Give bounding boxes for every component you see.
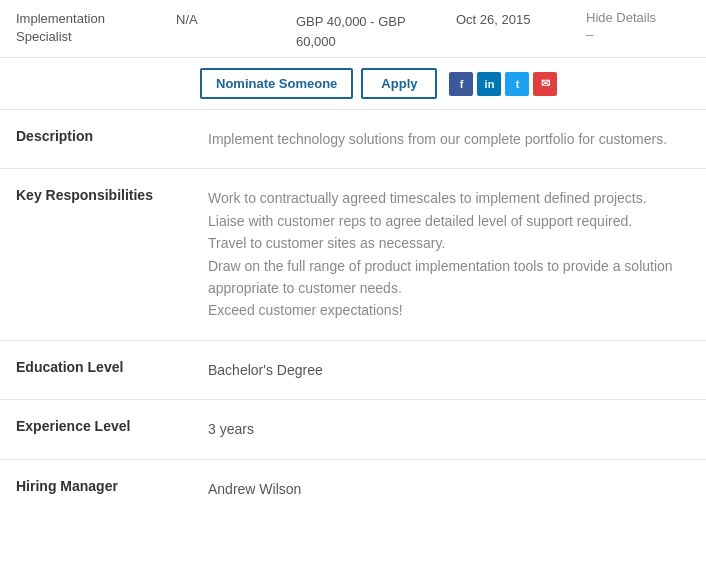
nominate-button[interactable]: Nominate Someone (200, 68, 353, 99)
description-row: Description Implement technology solutio… (0, 110, 706, 169)
hide-details-dash: – (586, 27, 593, 42)
hide-details-block: Hide Details – (586, 10, 690, 42)
twitter-icon[interactable]: t (505, 72, 529, 96)
job-date: Oct 26, 2015 (456, 10, 566, 27)
description-value: Implement technology solutions from our … (200, 110, 706, 169)
job-title: Implementation Specialist (16, 11, 105, 44)
apply-button[interactable]: Apply (361, 68, 437, 99)
email-icon[interactable]: ✉ (533, 72, 557, 96)
education-row: Education Level Bachelor's Degree (0, 340, 706, 399)
key-responsibilities-row: Key Responsibilities Work to contractual… (0, 169, 706, 340)
job-salary: GBP 40,000 - GBP 60,000 (296, 10, 436, 51)
key-responsibilities-label: Key Responsibilities (0, 169, 200, 340)
details-table: Description Implement technology solutio… (0, 110, 706, 518)
social-icons: f in t ✉ (449, 72, 557, 96)
hiring-manager-row: Hiring Manager Andrew Wilson (0, 459, 706, 518)
job-header: Implementation Specialist N/A GBP 40,000… (0, 0, 706, 58)
education-value: Bachelor's Degree (200, 340, 706, 399)
action-bar: Nominate Someone Apply f in t ✉ (0, 58, 706, 110)
job-na: N/A (176, 10, 276, 27)
experience-value: 3 years (200, 400, 706, 459)
hide-details-link[interactable]: Hide Details (586, 10, 656, 25)
experience-label: Experience Level (0, 400, 200, 459)
hiring-manager-label: Hiring Manager (0, 459, 200, 518)
description-label: Description (0, 110, 200, 169)
hiring-manager-value: Andrew Wilson (200, 459, 706, 518)
job-title-block: Implementation Specialist (16, 10, 156, 46)
key-responsibilities-value: Work to contractually agreed timescales … (200, 169, 706, 340)
linkedin-icon[interactable]: in (477, 72, 501, 96)
education-label: Education Level (0, 340, 200, 399)
experience-row: Experience Level 3 years (0, 400, 706, 459)
facebook-icon[interactable]: f (449, 72, 473, 96)
